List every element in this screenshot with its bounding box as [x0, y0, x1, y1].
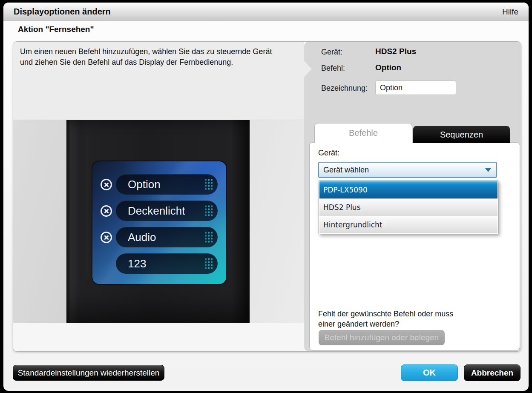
display-button-label: Audio [128, 227, 156, 247]
callout-arrow [304, 61, 312, 77]
device-label: Gerät: [321, 48, 342, 57]
device-select[interactable]: Gerät wählen [318, 162, 497, 178]
display-button-label: Option [128, 174, 161, 195]
remove-command-icon[interactable] [101, 232, 112, 243]
display-button-option[interactable]: Option [116, 174, 218, 195]
restore-defaults-button[interactable]: Standardeinstellungen wiederherstellen [13, 365, 164, 381]
action-subtitle: Aktion "Fernsehen" [18, 25, 94, 34]
dropdown-option-hintergrundlicht[interactable]: Hintergrundlicht [319, 216, 497, 233]
chevron-down-icon [485, 168, 491, 172]
remote-body: Option Deckenlicht Audio 123 [66, 120, 250, 323]
missing-command-question: Fehlt der gewünschte Befehl oder muss ei… [318, 309, 468, 329]
instruction-text: Um einen neuen Befehl hinzuzufügen, wähl… [20, 46, 276, 68]
device-select-value: Gerät wählen [323, 163, 369, 177]
display-button-audio[interactable]: Audio [116, 227, 218, 247]
tab-sequenzen[interactable]: Sequenzen [413, 126, 510, 143]
dialog-title: Displayoptionen ändern [14, 3, 111, 21]
command-value: Option [375, 63, 401, 72]
dropdown-option-pdp-lx5090[interactable]: PDP-LX5090 [319, 181, 497, 198]
dropdown-option-hds2-plus[interactable]: HDS2 Plus [319, 198, 497, 216]
tab-befehle[interactable]: Befehle [314, 123, 412, 143]
left-column: Um einen neuen Befehl hinzuzufügen, wähl… [13, 42, 304, 351]
command-settings-panel: Gerät: HDS2 Plus Befehl: Option Bezeichn… [304, 42, 521, 351]
name-label: Bezeichnung: [321, 84, 368, 93]
device-picker-label: Gerät: [318, 149, 339, 158]
display-button-label: 123 [128, 253, 146, 274]
add-command-button[interactable]: Befehl hinzufügen oder belegen [319, 330, 445, 345]
dialog-header: Displayoptionen ändern Hilfe [3, 3, 529, 21]
device-value: HDS2 Plus [375, 47, 416, 56]
command-label: Befehl: [321, 64, 345, 73]
befehle-tab-panel: Gerät: Gerät wählen PDP-LX5090 HDS2 Plus… [309, 142, 520, 350]
instruction-area: Um einen neuen Befehl hinzuzufügen, wähl… [13, 42, 304, 120]
drag-handle-icon[interactable] [205, 179, 213, 190]
display-button-deckenlicht[interactable]: Deckenlicht [116, 201, 218, 221]
cancel-button[interactable]: Abbrechen [464, 364, 520, 381]
photo-bottom-strip [13, 323, 304, 351]
help-link[interactable]: Hilfe [502, 3, 518, 21]
name-input[interactable] [375, 80, 456, 95]
ok-button[interactable]: OK [401, 364, 458, 381]
screen: Displayoptionen ändern Hilfe Aktion "Fer… [0, 0, 532, 393]
remote-photo-area: Option Deckenlicht Audio 123 [13, 120, 304, 323]
drag-handle-icon[interactable] [205, 232, 213, 243]
drag-handle-icon[interactable] [205, 258, 213, 269]
device-dropdown-list: PDP-LX5090 HDS2 Plus Hintergrundlicht [319, 181, 498, 234]
display-button-label: Deckenlicht [128, 201, 185, 221]
remove-command-icon[interactable] [101, 179, 112, 190]
main-content-box: Um einen neuen Befehl hinzuzufügen, wähl… [13, 41, 521, 352]
display-button-123[interactable]: 123 [116, 253, 218, 274]
drag-handle-icon[interactable] [205, 206, 213, 216]
remove-command-icon[interactable] [101, 205, 112, 217]
remote-display-screen: Option Deckenlicht Audio 123 [92, 161, 227, 285]
